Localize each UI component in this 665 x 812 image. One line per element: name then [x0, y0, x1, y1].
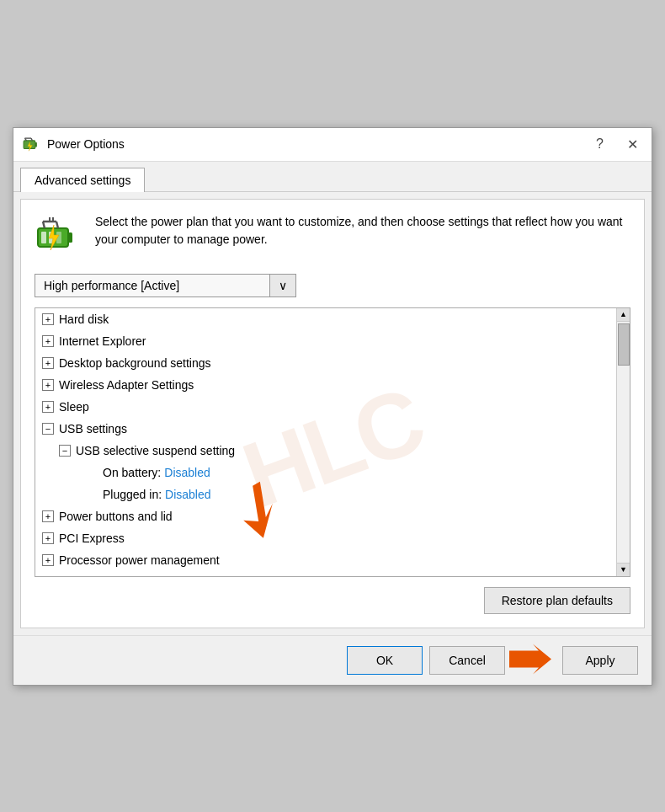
- settings-tree[interactable]: + Hard disk + Internet Explorer + Deskto…: [35, 307, 630, 577]
- power-plan-icon: [35, 213, 82, 260]
- tree-item-power-buttons[interactable]: + Power buttons and lid: [35, 505, 630, 527]
- tree-label-ie: Internet Explorer: [59, 334, 146, 348]
- title-bar-left: Power Options: [22, 135, 125, 153]
- tree-label-power-buttons: Power buttons and lid: [59, 510, 173, 523]
- tree-label-sleep: Sleep: [59, 400, 89, 414]
- svg-line-14: [56, 222, 58, 228]
- tree-item-usb-settings[interactable]: − USB settings: [35, 418, 630, 440]
- tree-item-sleep[interactable]: + Sleep: [35, 396, 630, 418]
- expand-icon-ie[interactable]: +: [42, 335, 54, 347]
- plan-selector: High performance [Active] ∨: [35, 274, 630, 297]
- tree-item-plugged-in[interactable]: Plugged in: Disabled: [35, 483, 630, 505]
- tree-item-on-battery[interactable]: On battery: Disabled: [35, 462, 630, 483]
- plan-dropdown[interactable]: High performance [Active]: [35, 274, 270, 297]
- plan-dropdown-arrow[interactable]: ∨: [270, 274, 296, 297]
- cancel-arrow: [509, 642, 556, 678]
- tree-item-processor[interactable]: + Processor power management: [35, 549, 630, 571]
- scroll-down-btn[interactable]: ▼: [617, 563, 630, 576]
- tab-bar: Advanced settings: [13, 162, 652, 192]
- plugged-in-value[interactable]: Disabled: [165, 488, 210, 501]
- on-battery-label: On battery:: [103, 466, 161, 479]
- scrollbar[interactable]: ▲ ▼: [616, 308, 630, 576]
- tree-label-desktop: Desktop background settings: [59, 356, 211, 370]
- tree-label-hard-disk: Hard disk: [59, 313, 109, 326]
- cancel-arrow-svg: [509, 642, 556, 676]
- apply-button[interactable]: Apply: [562, 646, 638, 675]
- tree-label-processor: Processor power management: [59, 553, 220, 567]
- cancel-button[interactable]: Cancel: [429, 646, 505, 675]
- expand-icon-usb[interactable]: −: [42, 423, 54, 435]
- expand-icon-processor[interactable]: +: [42, 554, 54, 566]
- title-bar-right: ? ✕: [591, 135, 643, 154]
- tree-item-hard-disk[interactable]: + Hard disk: [35, 308, 630, 330]
- expand-icon-pci[interactable]: +: [42, 532, 54, 544]
- expand-icon-power-buttons[interactable]: +: [42, 510, 54, 522]
- tree-item-internet-explorer[interactable]: + Internet Explorer: [35, 330, 630, 352]
- cancel-area: Cancel: [429, 646, 505, 675]
- close-button[interactable]: ✕: [622, 135, 643, 154]
- restore-btn-area: Restore plan defaults: [35, 587, 630, 614]
- expand-icon-sleep[interactable]: +: [42, 401, 54, 413]
- expand-icon-desktop[interactable]: +: [42, 357, 54, 369]
- title-bar: Power Options ? ✕: [13, 128, 652, 162]
- footer: OK Cancel Apply: [13, 635, 652, 685]
- window-title: Power Options: [47, 137, 125, 151]
- svg-rect-8: [41, 232, 46, 243]
- ok-button[interactable]: OK: [347, 646, 423, 675]
- tree-label-usb-suspend: USB selective suspend setting: [76, 444, 235, 457]
- advanced-settings-tab[interactable]: Advanced settings: [20, 168, 145, 192]
- power-options-icon: [22, 135, 40, 153]
- help-button[interactable]: ?: [591, 135, 609, 153]
- tree-label-pci: PCI Express: [59, 532, 125, 545]
- svg-rect-1: [35, 142, 37, 147]
- tree-label-usb: USB settings: [59, 422, 127, 435]
- expand-icon-hard-disk[interactable]: +: [42, 313, 54, 325]
- description-text: Select the power plan that you want to c…: [95, 213, 630, 248]
- description-area: Select the power plan that you want to c…: [35, 213, 630, 260]
- scroll-thumb[interactable]: [618, 323, 630, 366]
- plugged-in-label: Plugged in:: [103, 488, 162, 501]
- settings-tree-wrapper: + Hard disk + Internet Explorer + Deskto…: [35, 307, 630, 587]
- power-options-window: Power Options ? ✕ Advanced settings: [13, 127, 652, 686]
- restore-plan-defaults-button[interactable]: Restore plan defaults: [484, 587, 630, 614]
- on-battery-value[interactable]: Disabled: [164, 466, 210, 479]
- tree-item-pci[interactable]: + PCI Express: [35, 527, 630, 549]
- svg-marker-18: [509, 644, 551, 674]
- tree-item-desktop-background[interactable]: + Desktop background settings: [35, 352, 630, 374]
- tree-item-usb-suspend[interactable]: − USB selective suspend setting: [35, 440, 630, 462]
- main-content: Select the power plan that you want to c…: [20, 199, 645, 628]
- scroll-up-btn[interactable]: ▲: [617, 308, 630, 322]
- expand-icon-usb-suspend[interactable]: −: [59, 445, 71, 457]
- svg-rect-7: [68, 232, 72, 243]
- expand-icon-wireless[interactable]: +: [42, 379, 54, 391]
- tree-label-wireless: Wireless Adapter Settings: [59, 378, 194, 392]
- tree-item-wireless[interactable]: + Wireless Adapter Settings: [35, 374, 630, 396]
